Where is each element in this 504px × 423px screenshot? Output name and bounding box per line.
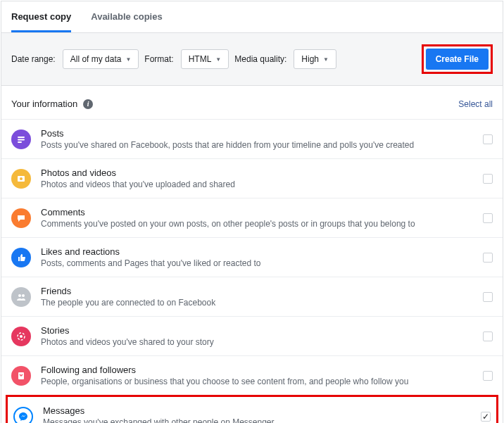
info-icon[interactable]: i [83, 99, 93, 109]
date-range-value: All of my data [70, 54, 122, 64]
svg-point-4 [20, 177, 23, 180]
item-photos-videos: Photos and videos Photos and videos that… [1, 158, 503, 198]
controls-bar: Date range: All of my data ▼ Format: HTM… [1, 33, 503, 86]
select-all-link[interactable]: Select all [458, 99, 493, 109]
date-range-select[interactable]: All of my data ▼ [63, 49, 139, 69]
item-title: Likes and reactions [41, 246, 473, 257]
item-desc: Photos and videos you've shared to your … [41, 337, 473, 347]
item-desc: Posts you've shared on Facebook, posts t… [41, 140, 473, 150]
caret-down-icon: ▼ [323, 56, 329, 63]
item-posts: Posts Posts you've shared on Facebook, p… [1, 119, 503, 158]
svg-point-6 [22, 294, 25, 297]
caret-down-icon: ▼ [125, 56, 131, 63]
stories-icon [11, 327, 31, 346]
item-desc: Photos and videos that you've uploaded a… [41, 179, 473, 189]
tab-request-copy[interactable]: Request copy [11, 1, 71, 32]
svg-rect-0 [18, 137, 25, 138]
posts-icon [11, 130, 31, 149]
item-title: Photos and videos [41, 168, 473, 178]
create-file-highlight: Create File [422, 44, 493, 74]
item-comments: Comments Comments you've posted on your … [1, 198, 503, 237]
checkbox-friends[interactable] [483, 292, 493, 302]
checkbox-likes[interactable] [483, 253, 493, 263]
checkbox-following[interactable] [483, 371, 493, 381]
format-select[interactable]: HTML ▼ [181, 49, 229, 69]
item-following: Following and followers People, organisa… [1, 355, 503, 395]
svg-rect-2 [18, 141, 22, 143]
section-title: Your information [11, 99, 77, 109]
tabs-bar: Request copy Available copies [1, 1, 503, 33]
media-quality-label: Media quality: [234, 54, 286, 64]
your-information-section: Your information i Select all Posts Post… [1, 86, 503, 423]
create-file-button[interactable]: Create File [426, 49, 489, 70]
item-desc: Comments you've posted on your own posts… [41, 219, 473, 229]
item-friends: Friends The people you are connected to … [1, 277, 503, 316]
svg-point-8 [20, 335, 23, 338]
svg-point-5 [18, 294, 21, 297]
checkbox-posts[interactable] [483, 134, 493, 144]
comments-icon [11, 208, 31, 228]
item-desc: Messages you've exchanged with other peo… [43, 417, 471, 423]
media-quality-select[interactable]: High ▼ [294, 49, 336, 69]
item-messages: Messages Messages you've exchanged with … [6, 395, 498, 423]
format-value: HTML [189, 54, 212, 64]
item-desc: People, organisations or business that y… [41, 377, 473, 386]
item-stories: Stories Photos and videos you've shared … [1, 316, 503, 355]
format-label: Format: [144, 54, 173, 64]
item-desc: Posts, comments and Pages that you've li… [41, 258, 473, 268]
item-title: Messages [43, 405, 471, 416]
checkbox-stories[interactable] [483, 332, 493, 341]
section-header: Your information i Select all [1, 86, 503, 119]
item-title: Comments [41, 207, 473, 217]
checkbox-messages[interactable] [481, 412, 491, 422]
caret-down-icon: ▼ [215, 56, 221, 63]
item-title: Posts [41, 128, 473, 139]
item-title: Stories [41, 325, 473, 336]
checkbox-photos[interactable] [483, 174, 493, 184]
item-likes: Likes and reactions Posts, comments and … [1, 237, 503, 277]
download-your-information-panel: Request copy Available copies Date range… [1, 1, 503, 423]
svg-rect-1 [18, 139, 25, 140]
item-title: Following and followers [41, 365, 473, 375]
messenger-icon [13, 407, 33, 424]
following-icon [11, 366, 31, 386]
like-icon [11, 248, 31, 267]
checkbox-comments[interactable] [483, 213, 493, 223]
tab-available-copies[interactable]: Available copies [91, 1, 162, 32]
photos-icon [11, 169, 31, 189]
media-quality-value: High [301, 54, 319, 64]
friends-icon [11, 287, 31, 307]
date-range-label: Date range: [11, 54, 56, 64]
item-title: Friends [41, 286, 473, 296]
item-desc: The people you are connected to on Faceb… [41, 298, 473, 308]
